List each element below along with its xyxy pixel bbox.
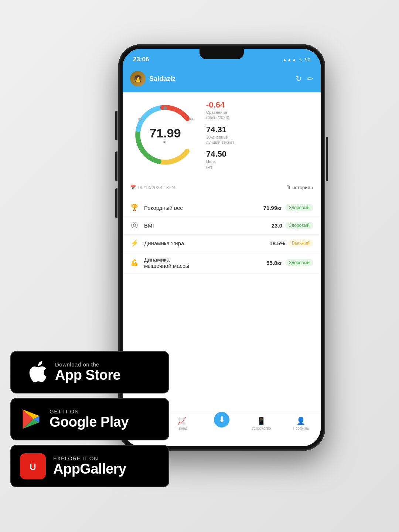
metric-row-bmi: ⓪ BMI 23.0 Здоровый — [123, 216, 321, 235]
googleplay-subtitle: GET IT ON — [50, 408, 129, 415]
metric-value-fat: 18.5% — [269, 240, 285, 246]
nav-icon-device: 📱 — [257, 416, 266, 425]
huawei-text: EXPLORE IT ON AppGallery — [53, 455, 126, 477]
header-icons: ↻ ✏ — [296, 74, 313, 83]
record-icon: 🏆 — [130, 204, 139, 212]
calendar-icon: 📅 — [130, 185, 136, 190]
googleplay-logo-icon — [20, 407, 42, 431]
history-arrow: › — [312, 185, 313, 190]
info-section: 📅 05/13/2023 13:24 🗓 история › — [123, 180, 321, 196]
metric-row-muscle: 💪 Динамикамышечной массы 55.8кг Здоровый — [123, 252, 321, 274]
metric-value-record: 71.99кг — [263, 205, 282, 211]
stat-goal-value: 74.50 — [206, 149, 313, 159]
huawei-logo-icon: U — [25, 458, 41, 474]
user-info: 🧑 Saidaziz — [130, 71, 175, 86]
status-icons: ▲▲▲ ∿ 90 — [282, 57, 310, 62]
appstore-button[interactable]: Download on the App Store — [10, 351, 169, 393]
edit-icon[interactable]: ✏ — [307, 74, 313, 83]
svg-text:U: U — [30, 462, 36, 472]
gauge-min-label: 58 — [138, 117, 143, 122]
wifi-icon: ∿ — [299, 57, 303, 62]
svg-point-5 — [163, 106, 167, 110]
metric-badge-muscle: Здоровый — [285, 259, 313, 266]
gauge-weight: 71.99 — [149, 126, 181, 140]
stat-best-value: 74.31 — [206, 125, 313, 134]
nav-label-device: Устройство — [252, 426, 271, 430]
metric-row: 🏆 Рекордный вес 71.99кг Здоровый — [123, 199, 321, 216]
muscle-icon: 💪 — [130, 259, 139, 267]
googleplay-title: Google Play — [50, 415, 129, 430]
nav-item-device[interactable]: 📱 Устройство — [242, 416, 281, 430]
info-date-row: 📅 05/13/2023 13:24 🗓 история › — [130, 185, 313, 190]
stat-comparison-value: -0.64 — [206, 100, 313, 110]
metric-name-muscle: Динамикамышечной массы — [144, 256, 266, 269]
metric-row-fat: ⚡ Динамика жира 18.5% Высокий — [123, 235, 321, 252]
huawei-icon: U — [20, 453, 46, 479]
appstore-title: App Store — [55, 368, 120, 383]
metric-name-fat: Динамика жира — [144, 240, 269, 246]
apple-logo-icon — [27, 360, 48, 384]
huawei-title: AppGallery — [53, 461, 126, 477]
metric-name-record: Рекордный вес — [144, 205, 263, 211]
metric-name-bmi: BMI — [144, 222, 272, 229]
googleplay-button[interactable]: GET IT ON Google Play — [10, 398, 169, 440]
nav-item-profile[interactable]: 👤 Профиль — [281, 416, 321, 430]
stat-comparison: -0.64 Сравнение(05/12/2023) — [206, 100, 313, 120]
status-time: 23:06 — [133, 56, 149, 63]
nav-item-add[interactable]: ⬇ — [202, 416, 241, 427]
huawei-button[interactable]: U EXPLORE IT ON AppGallery — [10, 445, 169, 487]
stats-panel: -0.64 Сравнение(05/12/2023) 74.31 30-дне… — [206, 100, 313, 170]
metric-value-muscle: 55.8кг — [266, 260, 282, 266]
stat-goal-label: Цель(кг) — [206, 159, 313, 170]
nav-label-profile: Профиль — [293, 426, 309, 430]
huawei-subtitle: EXPLORE IT ON — [53, 455, 126, 461]
metric-badge-record: Здоровый — [285, 204, 313, 211]
metric-badge-fat: Высокий — [288, 239, 313, 247]
appstore-text: Download on the App Store — [55, 361, 120, 383]
nav-label-trend: Тренд — [177, 426, 187, 430]
history-link[interactable]: 🗓 история › — [286, 185, 313, 190]
download-buttons: Download on the App Store GET IT ON Goog… — [10, 351, 169, 487]
stat-goal: 74.50 Цель(кг) — [206, 149, 313, 170]
add-button[interactable]: ⬇ — [214, 412, 229, 427]
refresh-icon[interactable]: ↻ — [296, 74, 302, 83]
metric-value-bmi: 23.0 — [272, 222, 282, 229]
stat-best-weight: 74.31 30-дневныйлучший вес(кг) — [206, 125, 313, 145]
history-icon: 🗓 — [286, 185, 291, 190]
bmi-icon: ⓪ — [130, 221, 139, 230]
signal-icon: ▲▲▲ — [282, 57, 297, 62]
nav-icon-profile: 👤 — [296, 416, 306, 425]
weight-card: 71.99 кг 58 75 -0.64 Сравнение(05/12/202… — [123, 92, 321, 177]
info-date: 📅 05/13/2023 13:24 — [130, 185, 175, 190]
gauge-container: 71.99 кг 58 75 — [130, 100, 200, 170]
battery-icon: 90 — [305, 57, 310, 62]
stat-best-label: 30-дневныйлучший вес(кг) — [206, 134, 313, 145]
metric-badge-bmi: Здоровый — [285, 222, 313, 229]
googleplay-text: GET IT ON Google Play — [50, 408, 129, 430]
appstore-subtitle: Download on the — [55, 361, 120, 368]
stat-comparison-label: Сравнение(05/12/2023) — [206, 110, 313, 120]
gauge-center: 71.99 кг — [149, 126, 181, 144]
fat-icon: ⚡ — [130, 239, 139, 247]
metrics-section: 🏆 Рекордный вес 71.99кг Здоровый ⓪ BMI 2… — [123, 199, 321, 274]
avatar: 🧑 — [130, 71, 146, 86]
phone-notch — [200, 49, 244, 59]
app-header: 🧑 Saidaziz ↻ ✏ — [123, 67, 321, 92]
gauge-max-label: 75 — [189, 117, 194, 122]
nav-icon-trend: 📈 — [177, 416, 187, 425]
username: Saidaziz — [149, 75, 175, 83]
